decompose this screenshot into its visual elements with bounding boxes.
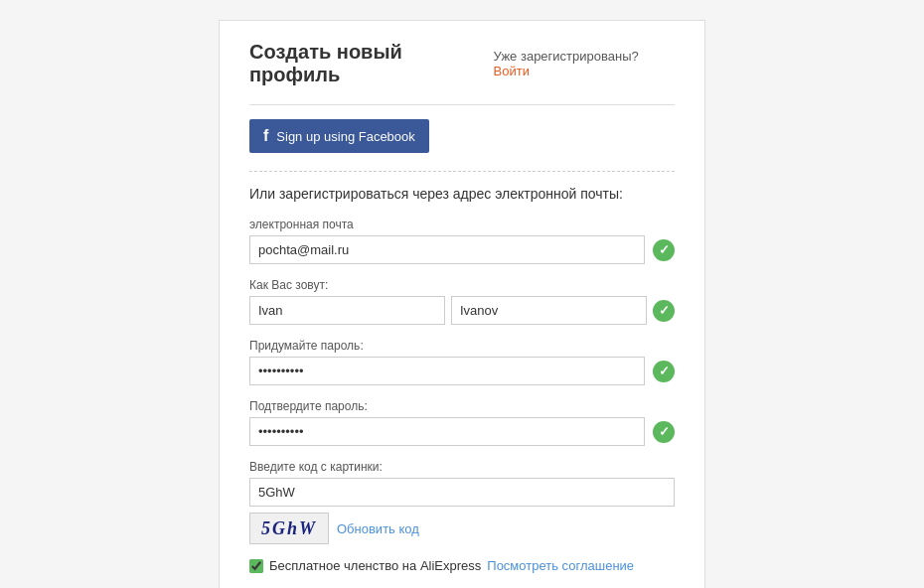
name-valid-icon bbox=[653, 300, 675, 322]
refresh-captcha-link[interactable]: Обновить код bbox=[337, 521, 419, 536]
password-valid-icon bbox=[653, 361, 675, 382]
login-link[interactable]: Войти bbox=[494, 64, 530, 78]
confirm-password-field-group: Подтвердите пароль: bbox=[249, 399, 675, 446]
confirm-input[interactable] bbox=[249, 417, 645, 446]
captcha-input[interactable] bbox=[249, 478, 675, 507]
password-input[interactable] bbox=[249, 357, 645, 385]
already-registered-text: Уже зарегистрированы? Войти bbox=[494, 49, 675, 78]
email-input[interactable] bbox=[249, 235, 645, 264]
agreement-link[interactable]: Посмотреть соглашение bbox=[487, 558, 634, 573]
form-header: Создать новый профиль Уже зарегистрирова… bbox=[249, 41, 675, 86]
agreement-row: Бесплатное членство на AliExpress Посмот… bbox=[249, 558, 675, 573]
password-row bbox=[249, 357, 675, 385]
last-name-input[interactable] bbox=[451, 296, 647, 325]
password-label: Придумайте пароль: bbox=[249, 339, 675, 353]
or-email-label: Или зарегистрироваться через адрес элект… bbox=[249, 186, 675, 202]
captcha-label: Введите код с картинки: bbox=[249, 460, 675, 474]
name-label: Как Вас зовут: bbox=[249, 278, 675, 292]
email-label: электронная почта bbox=[249, 218, 675, 231]
email-field-group: электронная почта bbox=[249, 218, 675, 264]
agreement-checkbox[interactable] bbox=[249, 559, 263, 573]
confirm-row bbox=[249, 417, 675, 446]
name-row bbox=[249, 296, 675, 325]
captcha-image-row: 5GhW Обновить код bbox=[249, 513, 675, 544]
first-name-input[interactable] bbox=[249, 296, 445, 325]
agreement-text: Бесплатное членство на AliExpress bbox=[269, 558, 481, 573]
page-title: Создать новый профиль bbox=[249, 41, 494, 86]
confirm-valid-icon bbox=[653, 421, 675, 443]
page-wrapper: Создать новый профиль Уже зарегистрирова… bbox=[10, 10, 914, 588]
name-field-group: Как Вас зовут: bbox=[249, 278, 675, 325]
header-divider bbox=[249, 104, 675, 105]
confirm-label: Подтвердите пароль: bbox=[249, 399, 675, 413]
captcha-field-group: Введите код с картинки: 5GhW Обновить ко… bbox=[249, 460, 675, 544]
captcha-input-row bbox=[249, 478, 675, 507]
captcha-image: 5GhW bbox=[249, 513, 329, 544]
registration-form: Создать новый профиль Уже зарегистрирова… bbox=[219, 20, 705, 588]
facebook-signup-button[interactable]: f Sign up using Facebook bbox=[249, 119, 429, 153]
facebook-button-label: Sign up using Facebook bbox=[276, 129, 414, 144]
facebook-icon: f bbox=[263, 127, 268, 145]
email-valid-icon bbox=[653, 239, 675, 261]
section-divider bbox=[249, 171, 675, 172]
password-field-group: Придумайте пароль: bbox=[249, 339, 675, 385]
email-row bbox=[249, 235, 675, 264]
